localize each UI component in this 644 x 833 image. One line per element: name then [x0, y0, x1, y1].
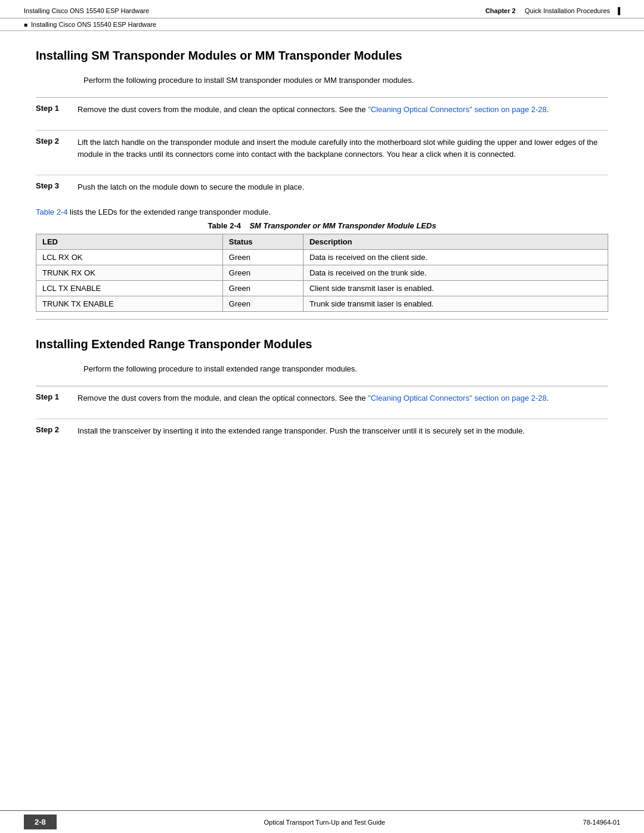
- section2-steps: Step 1 Remove the dust covers from the m…: [36, 386, 608, 443]
- table-intro-suffix: lists the LEDs for the extended range tr…: [67, 208, 270, 216]
- header-chapter: Chapter 2: [485, 7, 516, 14]
- col-led: LED: [36, 234, 223, 250]
- table-cell-r1-c0: TRUNK RX OK: [36, 265, 223, 281]
- step1-text-after: .: [547, 105, 549, 114]
- step3-content: Push the latch on the module down to sec…: [78, 181, 608, 193]
- section-divider: [36, 319, 608, 320]
- breadcrumb-text: Installing Cisco ONS 15540 ESP Hardware: [31, 21, 156, 28]
- table-row: TRUNK RX OKGreenData is received on the …: [36, 265, 608, 281]
- table-row: TRUNK TX ENABLEGreenTrunk side transmit …: [36, 296, 608, 312]
- table-row: LCL RX OKGreenData is received on the cl…: [36, 250, 608, 265]
- table-row: LCL TX ENABLEGreenClient side transmit l…: [36, 281, 608, 296]
- table-cell-r0-c0: LCL RX OK: [36, 250, 223, 265]
- led-table: LED Status Description LCL RX OKGreenDat…: [36, 234, 608, 312]
- section2-step1-label: Step 1: [36, 392, 78, 404]
- section2-heading: Installing Extended Range Transponder Mo…: [36, 337, 608, 351]
- table-caption-label: Table 2-4: [208, 221, 241, 230]
- section2-step2-content: Install the transceiver by inserting it …: [78, 425, 608, 437]
- steps-container: Step 1 Remove the dust covers from the m…: [36, 97, 608, 200]
- section1-heading: Installing SM Transponder Modules or MM …: [36, 49, 608, 63]
- table-cell-r0-c2: Data is received on the client side.: [303, 250, 608, 265]
- header-left-text: Installing Cisco ONS 15540 ESP Hardware: [24, 7, 149, 14]
- step1-link[interactable]: "Cleaning Optical Connectors" section on…: [368, 105, 547, 114]
- section2-step1-link[interactable]: "Cleaning Optical Connectors" section on…: [368, 394, 547, 402]
- step1-label: Step 1: [36, 104, 78, 116]
- table-intro: Table 2-4 lists the LEDs for the extende…: [36, 208, 608, 216]
- step2-content: Lift the latch handle on the transponder…: [78, 137, 608, 160]
- table-cell-r2-c1: Green: [222, 281, 303, 296]
- footer-right-text: 78-14964-01: [583, 819, 620, 826]
- section2-step2-block: Step 2 Install the transceiver by insert…: [36, 419, 608, 443]
- header-section: Quick Installation Procedures: [525, 7, 610, 14]
- table-cell-r1-c2: Data is received on the trunk side.: [303, 265, 608, 281]
- table-cell-r2-c2: Client side transmit laser is enabled.: [303, 281, 608, 296]
- header-left: Installing Cisco ONS 15540 ESP Hardware: [24, 7, 149, 14]
- table-cell-r1-c1: Green: [222, 265, 303, 281]
- step2-block: Step 2 Lift the latch handle on the tran…: [36, 130, 608, 166]
- section2-step1-text-after: .: [547, 394, 549, 402]
- page-footer: 2-8 Optical Transport Turn-Up and Test G…: [0, 810, 644, 833]
- page-header: Installing Cisco ONS 15540 ESP Hardware …: [0, 0, 644, 18]
- table-cell-r2-c0: LCL TX ENABLE: [36, 281, 223, 296]
- section2-step1-text-before: Remove the dust covers from the module, …: [78, 394, 368, 402]
- section2-step1-content: Remove the dust covers from the module, …: [78, 392, 608, 404]
- section1-intro: Perform the following procedure to insta…: [83, 75, 608, 86]
- step2-label: Step 2: [36, 137, 78, 160]
- main-content: Installing SM Transponder Modules or MM …: [0, 31, 644, 475]
- breadcrumb-bullet: ■: [24, 21, 27, 28]
- table-cell-r3-c0: TRUNK TX ENABLE: [36, 296, 223, 312]
- footer-center-text: Optical Transport Turn-Up and Test Guide: [264, 819, 385, 826]
- table-caption: Table 2-4 SM Transponder or MM Transpond…: [36, 221, 608, 230]
- page-number: 2-8: [24, 815, 57, 829]
- table-intro-link[interactable]: Table 2-4: [36, 208, 67, 216]
- step3-label: Step 3: [36, 181, 78, 193]
- table-caption-title: SM Transponder or MM Transponder Module …: [249, 221, 436, 230]
- step1-content: Remove the dust covers from the module, …: [78, 104, 608, 116]
- step1-block: Step 1 Remove the dust covers from the m…: [36, 97, 608, 122]
- section2-step2-label: Step 2: [36, 425, 78, 437]
- step1-text-before: Remove the dust covers from the module, …: [78, 105, 368, 114]
- table-cell-r3-c1: Green: [222, 296, 303, 312]
- table-cell-r3-c2: Trunk side transmit laser is enabled.: [303, 296, 608, 312]
- section2: Installing Extended Range Transponder Mo…: [36, 337, 608, 443]
- step3-block: Step 3 Push the latch on the module down…: [36, 175, 608, 199]
- breadcrumb: ■ Installing Cisco ONS 15540 ESP Hardwar…: [0, 18, 644, 31]
- col-status: Status: [222, 234, 303, 250]
- footer-content: 2-8 Optical Transport Turn-Up and Test G…: [0, 810, 644, 833]
- section2-intro: Perform the following procedure to insta…: [83, 363, 608, 375]
- section2-step1-block: Step 1 Remove the dust covers from the m…: [36, 386, 608, 410]
- footer-left: 2-8: [24, 815, 66, 829]
- header-right: Chapter 2 Quick Installation Procedures …: [485, 7, 620, 14]
- table-cell-r0-c1: Green: [222, 250, 303, 265]
- col-description: Description: [303, 234, 608, 250]
- table-header-row: LED Status Description: [36, 234, 608, 250]
